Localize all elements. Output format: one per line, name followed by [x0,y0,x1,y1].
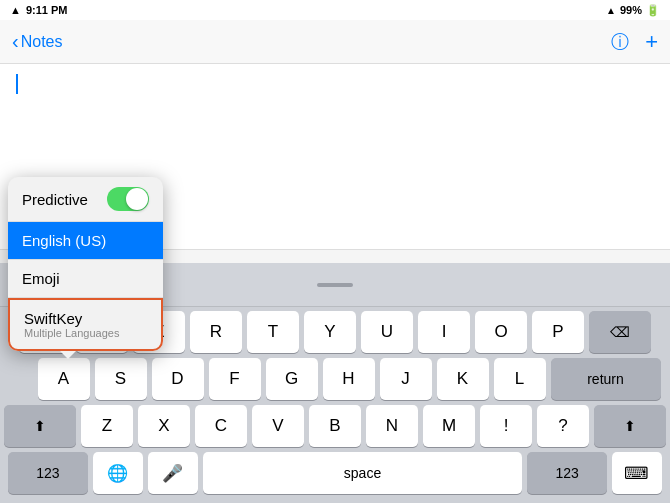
globe-key[interactable]: 🌐 [93,452,143,494]
popup-menu: Predictive English (US) Emoji SwiftKey M… [8,177,163,351]
toggle-thumb [126,188,148,210]
key-r[interactable]: R [190,311,242,353]
key-m[interactable]: M [423,405,475,447]
key-l[interactable]: L [494,358,546,400]
key-t[interactable]: T [247,311,299,353]
nav-right-actions: ⓘ + [611,29,658,55]
question-key[interactable]: ? [537,405,589,447]
key-k[interactable]: K [437,358,489,400]
swiftkey-label: SwiftKey [24,310,82,327]
popup-item-predictive[interactable]: Predictive [8,177,163,222]
key-z[interactable]: Z [81,405,133,447]
status-bar: ▲ 9:11 PM ▲ 99% 🔋 [0,0,670,20]
key-d[interactable]: D [152,358,204,400]
english-label: English (US) [22,232,106,249]
battery-icon: 🔋 [646,4,660,17]
key-i[interactable]: I [418,311,470,353]
keyboard-icon: ⌨ [624,463,649,484]
predictive-handle [317,283,353,287]
key-h[interactable]: H [323,358,375,400]
key-c[interactable]: C [195,405,247,447]
mic-key[interactable]: 🎤 [148,452,198,494]
status-right: ▲ 99% 🔋 [606,4,660,17]
popup-item-english[interactable]: English (US) [8,222,163,260]
location-icon: ▲ [606,5,616,16]
popup-item-swiftkey[interactable]: SwiftKey Multiple Languages [8,298,163,351]
add-button[interactable]: + [645,29,658,55]
back-label: Notes [21,33,63,51]
predictive-label: Predictive [22,191,88,208]
keyboard-dismiss-key[interactable]: ⌨ [612,452,662,494]
key-p[interactable]: P [532,311,584,353]
text-cursor [16,74,18,94]
exclaim-key[interactable]: ! [480,405,532,447]
status-left: ▲ 9:11 PM [10,4,67,16]
key-n[interactable]: N [366,405,418,447]
shift-key-left[interactable]: ⬆ [4,405,76,447]
popup-arrow [60,351,76,359]
swiftkey-subtitle: Multiple Languages [24,327,119,339]
status-wifi-icon: ▲ [10,4,21,16]
bottom-row: 123 🌐 🎤 space 123 ⌨ [4,452,666,494]
delete-icon: ⌫ [610,324,630,340]
delete-key[interactable]: ⌫ [589,311,651,353]
mic-icon: 🎤 [162,463,183,484]
key-j[interactable]: J [380,358,432,400]
return-key[interactable]: return [551,358,661,400]
key-s[interactable]: S [95,358,147,400]
shift-icon-right: ⬆ [624,418,636,434]
key-a[interactable]: A [38,358,90,400]
shift-icon-left: ⬆ [34,418,46,434]
back-button[interactable]: ‹ Notes [12,30,62,53]
key-row-2: A S D F G H J K L return [4,358,666,400]
space-key[interactable]: space [203,452,522,494]
numbers-key-left[interactable]: 123 [8,452,88,494]
popup-item-emoji[interactable]: Emoji [8,260,163,298]
key-u[interactable]: U [361,311,413,353]
numbers-key-right[interactable]: 123 [527,452,607,494]
key-g[interactable]: G [266,358,318,400]
key-b[interactable]: B [309,405,361,447]
globe-icon: 🌐 [107,463,128,484]
info-button[interactable]: ⓘ [611,30,629,54]
emoji-label: Emoji [22,270,60,287]
key-x[interactable]: X [138,405,190,447]
shift-key-right[interactable]: ⬆ [594,405,666,447]
key-v[interactable]: V [252,405,304,447]
key-f[interactable]: F [209,358,261,400]
key-y[interactable]: Y [304,311,356,353]
battery-text: 99% [620,4,642,16]
key-o[interactable]: O [475,311,527,353]
predictive-toggle[interactable] [107,187,149,211]
nav-bar: ‹ Notes ⓘ + [0,20,670,64]
status-time: 9:11 PM [26,4,68,16]
chevron-left-icon: ‹ [12,30,19,53]
key-row-3: ⬆ Z X C V B N M ! ? ⬆ [4,405,666,447]
